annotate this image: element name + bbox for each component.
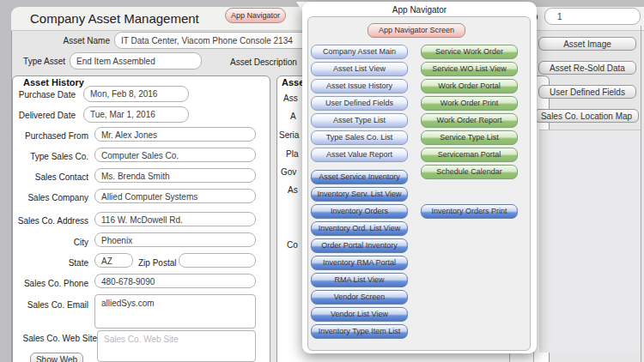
middle-label-fragment: Pla xyxy=(286,149,298,159)
sales-co-phone-field[interactable]: 480-678-9090 xyxy=(94,274,256,288)
sales-contact-label: Sales Contact xyxy=(17,172,88,182)
zip-postal-label: Zip Postal xyxy=(138,258,176,268)
sales-co-location-map-button[interactable]: Sales Co. Location Map xyxy=(534,109,639,123)
nav-work-order-print[interactable]: Work Order Print xyxy=(421,96,518,111)
app-navigator-screen-button[interactable]: App Navigator Screen xyxy=(368,23,465,38)
state-label: State xyxy=(17,258,88,268)
screen: Company Asset Management App Navigator t… xyxy=(0,0,644,362)
nav-inventory-orders-print[interactable]: Inventory Orders Print xyxy=(421,204,518,219)
nav-asset-list-view[interactable]: Asset List View xyxy=(311,62,408,76)
purchase-date-field[interactable]: Mon, Feb 8, 2016 xyxy=(83,86,189,102)
middle-label-fragment: Co xyxy=(287,240,298,250)
nav-service-type-list[interactable]: Service Type List xyxy=(421,130,518,145)
nav-vendor-screen[interactable]: Vendor Screen xyxy=(311,290,408,305)
purchase-date-label: Purchase Date xyxy=(17,90,76,100)
sales-co-address-label: Sales Co. Address xyxy=(17,216,88,226)
type-asset-label: Type Asset xyxy=(12,57,65,66)
state-field[interactable]: AZ xyxy=(94,253,133,268)
nav-serviceman-portal[interactable]: Serviceman Portal xyxy=(421,148,518,162)
type-asset-field[interactable]: End Item Assembled xyxy=(70,52,202,69)
nav-asset-value-report[interactable]: Asset Value Report xyxy=(311,148,408,162)
sales-co-address-field[interactable]: 116 W. McDowell Rd. xyxy=(94,212,256,226)
nav-inventory-ord-list-view[interactable]: Inventory Ord. List View xyxy=(311,221,408,236)
nav-vendor-list-view[interactable]: Vendor List View xyxy=(311,307,408,322)
asset-id-field[interactable]: 1 xyxy=(544,8,641,25)
middle-label-fragment: Gov xyxy=(281,167,296,177)
page-title: Company Asset Management xyxy=(30,11,199,26)
middle-panel-title-fragment: Asse xyxy=(282,77,304,87)
asset-resold-data-button[interactable]: Asset Re-Sold Data xyxy=(538,61,636,75)
type-sales-co-label: Type Sales Co. xyxy=(17,152,88,161)
nav-schedule-calendar[interactable]: Schedule Calendar xyxy=(421,165,518,179)
sales-company-label: Sales Company xyxy=(17,193,88,202)
nav-service-wo-list-view[interactable]: Service WO List View xyxy=(421,62,518,76)
nav-inventory-orders[interactable]: Inventory Orders xyxy=(311,204,408,219)
nav-company-asset-main[interactable]: Company Asset Main xyxy=(311,45,408,59)
nav-inventory-type-item-list[interactable]: Inventory Type Item List xyxy=(311,324,408,339)
purchased-from-label: Purchased From xyxy=(17,131,88,141)
nav-user-defined-fields[interactable]: User Defined Fields xyxy=(311,96,408,111)
delivered-date-label: Delivered Date xyxy=(17,111,76,120)
nav-inventory-rma-portal[interactable]: Inventory RMA Portal xyxy=(311,256,408,270)
sales-co-phone-label: Sales Co. Phone xyxy=(17,279,88,288)
dialog-title: App Navigator xyxy=(302,5,537,15)
sales-co-web-site-field[interactable]: Sales Co. Web Site xyxy=(97,330,256,362)
nav-work-order-report[interactable]: Work Order Report xyxy=(421,113,518,128)
delivered-date-field[interactable]: Tue, Mar 1, 2016 xyxy=(83,106,189,123)
nav-inventory-serv-list-view[interactable]: Inventory Serv. List View xyxy=(311,187,408,202)
nav-asset-type-list[interactable]: Asset Type List xyxy=(311,113,408,128)
app-navigator-button[interactable]: App Navigator xyxy=(225,8,286,23)
nav-type-sales-co-list[interactable]: Type Sales Co. List xyxy=(311,130,408,145)
zip-postal-field[interactable] xyxy=(179,253,256,268)
asset-image-button[interactable]: Asset Image xyxy=(538,37,636,51)
middle-label-fragment: A xyxy=(290,112,296,121)
purchased-from-field[interactable]: Mr. Alex Jones xyxy=(94,127,256,142)
middle-label-fragment: As xyxy=(288,185,298,195)
show-web-button[interactable]: Show Web xyxy=(30,353,83,362)
asset-name-label: Asset Name xyxy=(34,36,110,45)
window-right-border xyxy=(641,26,641,362)
asset-history-title: Asset History xyxy=(23,77,84,87)
nav-asset-issue-history[interactable]: Asset Issue History xyxy=(311,79,408,94)
nav-rma-list-view[interactable]: RMA List View xyxy=(311,273,408,287)
sales-co-email-label: Sales Co. Email xyxy=(17,300,88,310)
city-label: City xyxy=(17,238,88,247)
nav-asset-service-inventory[interactable]: Asset Service Inventory xyxy=(311,170,408,184)
nav-order-portal-inventory[interactable]: Order Portal Inventory xyxy=(311,238,408,253)
user-defined-fields-button[interactable]: User Defined Fields xyxy=(538,85,636,99)
type-sales-co-field[interactable]: Computer Sales Co. xyxy=(94,148,256,162)
sales-co-email-field[interactable]: alliedSys.com xyxy=(94,294,256,329)
middle-label-fragment: Seria xyxy=(279,130,299,140)
sales-co-web-site-label: Sales Co. Web Site xyxy=(17,334,97,343)
asset-description-label: Asset Description xyxy=(230,57,297,67)
sales-contact-field[interactable]: Ms. Brenda Smith xyxy=(94,168,256,183)
nav-work-order-portal[interactable]: Work Order Portal xyxy=(421,79,518,94)
right-sub-panel xyxy=(539,130,641,353)
sales-company-field[interactable]: Allied Computer Systems xyxy=(94,189,256,203)
nav-service-work-order[interactable]: Service Work Order xyxy=(421,45,518,59)
middle-label-fragment: Ass xyxy=(283,94,298,103)
city-field[interactable]: Phoenix xyxy=(94,232,256,247)
